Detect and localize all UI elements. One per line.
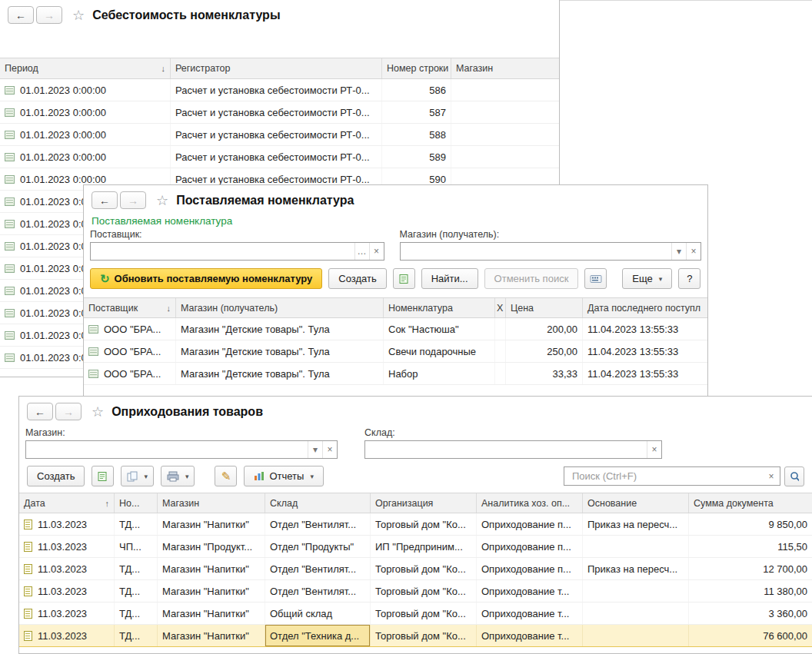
cell-organization[interactable]: Торговый дом "Ко... xyxy=(371,625,477,646)
column-header-line-number[interactable]: Номер строки xyxy=(382,58,451,78)
cell-number[interactable]: ТД... xyxy=(115,603,158,624)
cell-basis[interactable] xyxy=(583,580,689,602)
table-row[interactable]: ООО "БРА... Магазин "Детские товары". Ту… xyxy=(84,340,707,363)
cell-store[interactable] xyxy=(451,124,559,145)
cell-analytics[interactable]: Оприходование т... xyxy=(477,603,583,624)
cell-period[interactable]: 01.01.2023 0:00:00 xyxy=(0,101,171,123)
cell-store[interactable]: Магазин "Напитки" xyxy=(158,625,265,646)
cell-store[interactable]: Магазин "Детские товары". Тула xyxy=(176,340,384,362)
table-row[interactable]: 01.01.2023 0:00:00 Расчет и установка се… xyxy=(0,124,559,146)
cell-analytics[interactable]: Оприходование п... xyxy=(477,558,583,579)
cell-store[interactable]: Магазин "Напитки" xyxy=(158,603,265,624)
duplicate-button[interactable] xyxy=(92,466,114,486)
table-row[interactable]: 11.03.2023 ТД... Магазин "Напитки" Отдел… xyxy=(19,558,812,580)
cell-basis[interactable] xyxy=(583,625,689,646)
copy-dropdown-button[interactable]: ▾ xyxy=(121,466,154,486)
cell-warehouse[interactable]: Отдел "Вентилят... xyxy=(265,513,371,535)
cell-number[interactable]: ТД... xyxy=(115,513,158,535)
cell-price[interactable]: 33,33 xyxy=(506,363,583,384)
store-combobox[interactable]: ▾ × xyxy=(400,242,701,261)
cell-period[interactable]: 01.01.2023 0:00:00 xyxy=(0,79,171,101)
cell-registrar[interactable]: Расчет и установка себестоимости РТ-0... xyxy=(171,124,382,145)
table-row[interactable]: 01.01.2023 0:00:00 Расчет и установка се… xyxy=(0,101,559,124)
cell-analytics[interactable]: Оприходование п... xyxy=(477,536,583,557)
back-button[interactable]: ← xyxy=(92,191,118,209)
edit-pencil-toggle[interactable]: ✎ xyxy=(215,466,237,486)
cell-basis[interactable] xyxy=(583,603,689,624)
column-header-date[interactable]: Дата↑ xyxy=(19,493,115,513)
cell-sum[interactable]: 76 600,00 xyxy=(689,625,812,646)
table-row[interactable]: 11.03.2023 ТД... Магазин "Напитки" Отдел… xyxy=(19,513,812,536)
table-row[interactable]: 11.03.2023 ТД... Магазин "Напитки" Общий… xyxy=(19,603,812,625)
cell-supplier[interactable]: ООО "БРА... xyxy=(84,363,176,384)
create-button[interactable]: Создать xyxy=(328,268,386,289)
cell-registrar[interactable]: Расчет и установка себестоимости РТ-0... xyxy=(171,101,382,123)
cell-basis[interactable]: Приказ на пересч... xyxy=(583,513,689,535)
cell-last-receipt-date[interactable]: 11.04.2023 13:55:33 xyxy=(583,363,707,384)
column-header-warehouse[interactable]: Склад xyxy=(265,493,371,513)
cell-line-number[interactable]: 586 xyxy=(382,79,451,101)
duplicate-button[interactable] xyxy=(393,268,415,289)
column-header-registrar[interactable]: Регистратор xyxy=(171,58,382,78)
cell-date[interactable]: 11.03.2023 xyxy=(19,558,115,579)
clear-button[interactable]: × xyxy=(686,243,701,260)
cell-item[interactable]: Свечи подарочные xyxy=(384,340,495,362)
cell-organization[interactable]: Торговый дом "Ко... xyxy=(371,513,477,535)
reports-dropdown-button[interactable]: Отчеты ▾ xyxy=(244,466,323,486)
cell-warehouse-selected[interactable]: Отдел "Техника д... xyxy=(265,625,371,646)
back-button[interactable]: ← xyxy=(27,403,53,420)
table-row[interactable]: 01.01.2023 0:00:00 Расчет и установка се… xyxy=(0,79,559,101)
help-button[interactable]: ? xyxy=(678,268,701,289)
dropdown-button[interactable]: ▾ xyxy=(308,441,322,458)
more-button[interactable]: Еще▾ xyxy=(622,268,672,289)
cell-price[interactable]: 200,00 xyxy=(506,318,583,340)
cell-warehouse[interactable]: Общий склад xyxy=(265,603,371,624)
cell-line-number[interactable]: 587 xyxy=(382,101,451,123)
cell-registrar[interactable]: Расчет и установка себестоимости РТ-0... xyxy=(171,79,382,101)
cell-last-receipt-date[interactable]: 11.04.2023 13:55:33 xyxy=(583,340,707,362)
cell-date[interactable]: 11.03.2023 xyxy=(19,580,115,602)
cell-registrar[interactable]: Расчет и установка себестоимости РТ-0... xyxy=(171,146,382,168)
cell-characteristic[interactable] xyxy=(495,340,506,362)
cell-store[interactable]: Магазин "Продукт... xyxy=(158,536,265,557)
cell-number[interactable]: ТД... xyxy=(115,580,158,602)
cell-basis[interactable]: Приказ на пересч... xyxy=(583,558,689,579)
dropdown-button[interactable]: ▾ xyxy=(671,243,686,260)
supplier-combobox[interactable]: … × xyxy=(90,242,384,261)
cell-warehouse[interactable]: Отдел "Вентилят... xyxy=(265,558,371,579)
cell-sum[interactable]: 3 360,00 xyxy=(689,603,812,624)
cell-date[interactable]: 11.03.2023 xyxy=(19,625,115,646)
search-input[interactable] xyxy=(571,470,764,483)
cell-basis[interactable] xyxy=(583,536,689,557)
column-header-characteristic[interactable]: Х xyxy=(495,298,506,317)
search-box[interactable]: × xyxy=(564,466,780,486)
cancel-search-button[interactable]: Отменить поиск xyxy=(484,268,579,289)
clear-button[interactable]: × xyxy=(369,243,384,260)
column-header-price[interactable]: Цена xyxy=(506,298,583,317)
choose-button[interactable]: … xyxy=(354,243,369,260)
store-combobox[interactable]: ▾ × xyxy=(25,440,338,459)
favorite-star-icon[interactable]: ☆ xyxy=(92,405,104,419)
forward-button[interactable]: → xyxy=(55,403,82,420)
cell-price[interactable]: 250,00 xyxy=(506,340,583,362)
clear-button[interactable]: × xyxy=(647,441,661,458)
cell-analytics[interactable]: Оприходование т... xyxy=(477,580,583,602)
cell-warehouse[interactable]: Отдел "Вентилят... xyxy=(265,580,371,602)
cell-date[interactable]: 11.03.2023 xyxy=(19,513,115,535)
cell-line-number[interactable]: 588 xyxy=(382,124,451,145)
search-button[interactable] xyxy=(784,466,804,486)
cell-characteristic[interactable] xyxy=(495,318,506,340)
cell-store[interactable]: Магазин "Напитки" xyxy=(158,513,265,535)
favorite-star-icon[interactable]: ☆ xyxy=(72,8,85,22)
cell-sum[interactable]: 9 850,00 xyxy=(689,513,812,535)
column-header-period[interactable]: Период↓ xyxy=(0,58,171,78)
cell-number[interactable]: ТД... xyxy=(115,558,158,579)
cell-number[interactable]: ТД... xyxy=(115,625,158,646)
cell-store[interactable] xyxy=(451,101,559,123)
table-row[interactable]: ООО "БРА... Магазин "Детские товары". Ту… xyxy=(84,318,707,340)
cell-store[interactable] xyxy=(451,146,559,168)
cell-store[interactable]: Магазин "Детские товары". Тула xyxy=(176,363,384,384)
column-header-analytics[interactable]: Аналитика хоз. оп... xyxy=(477,493,583,513)
forward-button[interactable]: → xyxy=(120,191,146,209)
column-header-store[interactable]: Магазин xyxy=(158,493,265,513)
